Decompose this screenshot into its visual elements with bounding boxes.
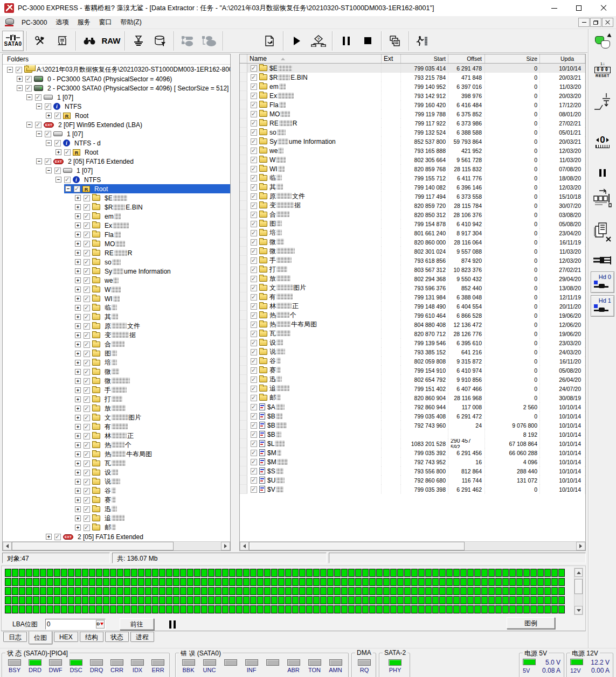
tree-expander-plus[interactable]: + [75,222,81,228]
tree-expander-plus[interactable]: + [75,232,81,238]
bitmap-block[interactable] [341,605,348,613]
bitmap-block[interactable] [194,587,200,595]
scroll-down-button[interactable] [575,606,583,615]
bitmap-block[interactable] [75,587,81,595]
file-row[interactable]: 培801 661 2408 917 304023/04/20 [240,228,585,238]
bitmap-block[interactable] [180,578,186,586]
bitmap-block[interactable] [474,596,481,604]
row-checkbox[interactable] [251,468,257,474]
file-row[interactable]: we793 165 888421 952012/03/20 [240,146,585,155]
bitmap-block[interactable] [194,578,200,586]
tree-item[interactable]: +RRoot [3,148,230,157]
bitmap-block[interactable] [348,587,355,595]
bitmap-block[interactable] [152,569,158,577]
scroll-track[interactable] [575,577,583,606]
bitmap-block[interactable] [523,569,530,577]
bitmap-block[interactable] [229,596,236,604]
bitmap-block[interactable] [47,596,53,604]
row-checkbox[interactable] [251,358,257,365]
row-checkbox[interactable] [251,477,257,484]
bitmap-block[interactable] [313,578,320,586]
file-row[interactable]: $V799 035 3986 291 462010/10/14 [240,485,585,494]
bitmap-block[interactable] [5,587,11,595]
bitmap-block[interactable] [411,569,418,577]
bitmap-block[interactable] [334,569,341,577]
bitmap-block[interactable] [5,596,11,604]
bitmap-block[interactable] [453,605,460,613]
bitmap-block[interactable] [439,596,446,604]
bitmap-block[interactable] [376,587,383,595]
bitmap-block[interactable] [187,596,193,604]
tree-expander-minus[interactable]: − [7,67,13,73]
bitmap-block[interactable] [530,605,537,613]
bitmap-block[interactable] [250,569,257,577]
bitmap-block[interactable] [138,569,144,577]
lba-input[interactable] [47,620,94,629]
menu-help[interactable]: 帮助(Z) [116,16,146,29]
tree-checkbox[interactable] [84,314,90,320]
bitmap-block[interactable] [138,587,144,595]
bitmap-block[interactable] [537,596,544,604]
tree-checkbox[interactable] [84,442,90,449]
bitmap-block[interactable] [558,587,565,595]
tree-checkbox[interactable] [84,222,90,229]
bitmap-block[interactable] [278,596,285,604]
bitmap-block[interactable] [355,596,362,604]
bitmap-block[interactable] [103,605,109,613]
scroll-up-button[interactable] [575,568,583,577]
bitmap-block[interactable] [544,587,551,595]
bitmap-block[interactable] [124,569,130,577]
tree-checkbox[interactable] [54,167,61,174]
tab-log[interactable]: 日志 [3,632,27,642]
bitmap-block[interactable] [446,569,453,577]
bitmap-block[interactable] [460,569,467,577]
bitmap-block[interactable] [537,587,544,595]
bitmap-block[interactable] [215,578,222,586]
bitmap-block[interactable] [117,569,123,577]
tree-checkbox[interactable] [84,351,90,357]
bitmap-block[interactable] [124,578,130,586]
scroll-track[interactable] [249,542,576,550]
bitmap-block[interactable] [285,578,292,586]
tree-item[interactable]: +W [3,285,230,294]
bitmap-block[interactable] [530,578,537,586]
bitmap-block[interactable] [306,605,313,613]
tab-bitmap[interactable]: 位图 [29,631,52,644]
tree-checkbox[interactable] [84,268,90,275]
bitmap-block[interactable] [390,605,397,613]
bitmap-block[interactable] [348,578,355,586]
tree-checkbox[interactable] [74,186,80,192]
bitmap-pause-icon[interactable] [169,620,176,629]
bitmap-block[interactable] [68,587,74,595]
bitmap-block[interactable] [124,596,130,604]
bitmap-block[interactable] [551,569,558,577]
row-checkbox[interactable] [251,450,257,456]
tree-checkbox[interactable] [84,506,90,513]
bitmap-block[interactable] [110,569,116,577]
tree-expander-plus[interactable]: + [75,424,81,430]
bitmap-block[interactable] [236,596,243,604]
bitmap-block[interactable] [12,569,18,577]
bitmap-block[interactable] [481,578,488,586]
bitmap-block[interactable] [544,596,551,604]
bitmap-block[interactable] [194,596,200,604]
bitmap-block[interactable] [68,605,74,613]
bitmap-block[interactable] [425,569,432,577]
hd0-button[interactable]: Hd 0 [591,271,614,293]
tree-expander-plus[interactable]: + [75,323,81,329]
bitmap-block[interactable] [201,587,207,595]
bitmap-block[interactable] [439,569,446,577]
tree-item[interactable]: −EXT2 [0F] Win95 Extended (LBA) [3,120,230,129]
bitmap-block[interactable] [145,587,151,595]
bitmap-block[interactable] [278,578,285,586]
bitmap-block[interactable] [187,569,193,577]
bitmap-block[interactable] [96,578,102,586]
bitmap-block[interactable] [537,605,544,613]
row-checkbox[interactable] [251,111,257,117]
bitmap-block[interactable] [530,569,537,577]
bitmap-block[interactable] [61,578,67,586]
tree-checkbox[interactable] [84,378,90,385]
bitmap-block[interactable] [54,596,60,604]
row-checkbox[interactable] [251,422,257,429]
row-checkbox[interactable] [251,312,257,319]
